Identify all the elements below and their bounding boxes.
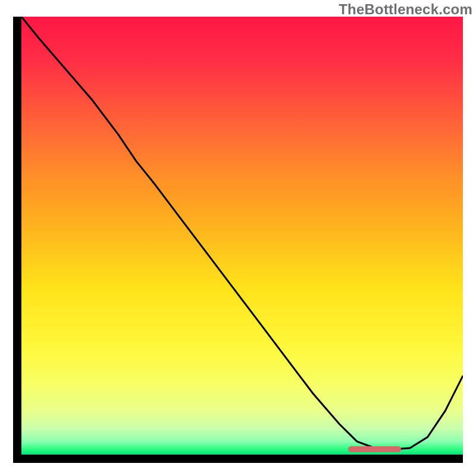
optimal-range-marker — [348, 446, 401, 452]
plot-area — [21, 17, 463, 455]
y-axis — [13, 17, 21, 463]
x-axis — [13, 455, 463, 463]
bottleneck-curve — [21, 17, 463, 455]
chart-container: TheBottleneck.com — [0, 0, 476, 476]
watermark-text: TheBottleneck.com — [339, 1, 472, 18]
